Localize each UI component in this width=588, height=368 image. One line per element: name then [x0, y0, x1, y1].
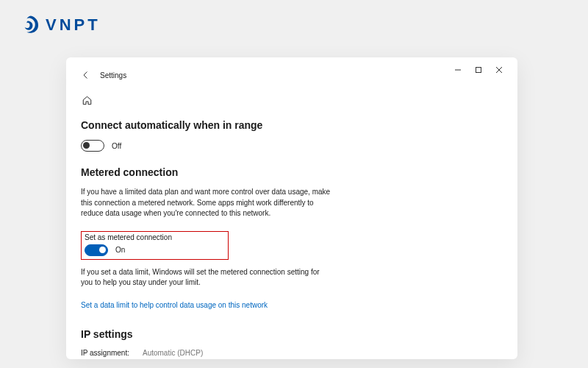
metered-heading: Metered connection: [81, 166, 503, 178]
ip-settings-heading: IP settings: [81, 328, 503, 340]
metered-description: If you have a limited data plan and want…: [81, 187, 331, 219]
auto-connect-heading: Connect automatically when in range: [81, 119, 503, 131]
settings-window: Settings Connect automatically when in r…: [66, 57, 517, 359]
vnpt-wordmark: VNPT: [46, 15, 101, 35]
vnpt-brand: VNPT: [21, 15, 101, 35]
window-title: Settings: [100, 71, 126, 79]
home-icon[interactable]: [81, 94, 93, 106]
metered-toggle[interactable]: [85, 244, 108, 256]
ip-assignment-key: IP assignment:: [81, 349, 129, 357]
back-button[interactable]: [81, 70, 91, 80]
ip-assignment-row: IP assignment: Automatic (DHCP): [81, 349, 503, 357]
svg-rect-1: [476, 68, 481, 73]
data-limit-note: If you set a data limit, Windows will se…: [81, 267, 331, 289]
vnpt-swirl-icon: [21, 15, 41, 35]
minimize-button[interactable]: [453, 65, 463, 75]
set-data-limit-link[interactable]: Set a data limit to help control data us…: [81, 301, 268, 309]
auto-connect-toggle[interactable]: [81, 140, 104, 152]
titlebar: Settings: [81, 66, 503, 84]
auto-connect-toggle-label: Off: [112, 142, 121, 150]
ip-assignment-value: Automatic (DHCP): [143, 349, 203, 357]
close-button[interactable]: [494, 65, 504, 75]
set-metered-label: Set as metered connection: [85, 233, 172, 241]
metered-toggle-label: On: [115, 246, 125, 254]
maximize-button[interactable]: [473, 65, 484, 75]
metered-highlight-box: Set as metered connection On: [81, 231, 229, 260]
